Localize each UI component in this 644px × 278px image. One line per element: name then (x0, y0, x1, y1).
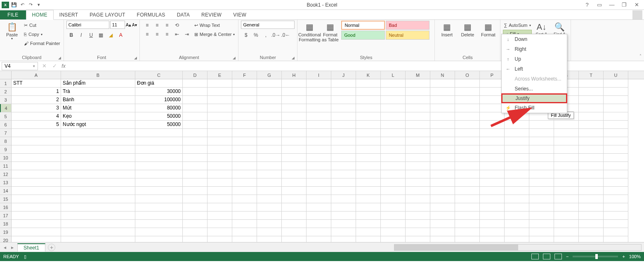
row-header-20[interactable]: 20 (0, 236, 12, 242)
cell-D19[interactable] (183, 228, 208, 236)
cell-M8[interactable] (406, 137, 430, 145)
cell-R12[interactable] (529, 170, 554, 178)
redo-icon[interactable]: ↷ (27, 2, 34, 8)
insert-cells-button[interactable]: ▦Insert (437, 21, 456, 39)
cell-D10[interactable] (183, 154, 208, 162)
cell-B8[interactable] (61, 137, 135, 145)
cell-N14[interactable] (430, 187, 455, 195)
cell-R14[interactable] (529, 187, 554, 195)
cell-B4[interactable]: Mứt (61, 104, 135, 112)
cell-L12[interactable] (381, 170, 406, 178)
wrap-text-button[interactable]: ↩Wrap Text (193, 21, 236, 30)
row-header-14[interactable]: 14 (0, 187, 12, 195)
cell-E13[interactable] (208, 178, 232, 187)
cell-P12[interactable] (480, 170, 505, 178)
cell-P6[interactable] (480, 121, 505, 129)
cell-K18[interactable] (356, 220, 381, 228)
cell-I8[interactable] (307, 137, 331, 145)
tab-view[interactable]: VIEW (227, 10, 252, 19)
style-normal[interactable]: Normal (341, 21, 385, 30)
cell-L17[interactable] (381, 211, 406, 220)
cell-K8[interactable] (356, 137, 381, 145)
fill-up-item[interactable]: ↑Up (502, 54, 567, 64)
cell-I14[interactable] (307, 187, 331, 195)
cell-J5[interactable] (331, 112, 356, 121)
cell-U17[interactable] (604, 211, 628, 220)
cell-N18[interactable] (430, 220, 455, 228)
cell-C1[interactable]: Đơn giá (135, 79, 183, 88)
font-name-input[interactable] (66, 21, 109, 29)
cell-J13[interactable] (331, 178, 356, 187)
cell-N2[interactable] (430, 88, 455, 96)
cell-U1[interactable] (604, 79, 628, 88)
cell-N5[interactable] (430, 112, 455, 121)
cell-B11[interactable] (61, 162, 135, 170)
cell-G4[interactable] (257, 104, 282, 112)
cell-C5[interactable]: 50000 (135, 112, 183, 121)
cell-F2[interactable] (232, 88, 257, 96)
cell-T7[interactable] (579, 129, 604, 137)
cell-S15[interactable] (554, 195, 579, 203)
cell-H6[interactable] (282, 121, 307, 129)
column-header-I[interactable]: I (307, 71, 331, 79)
tab-file[interactable]: FILE (0, 10, 26, 19)
cell-I13[interactable] (307, 178, 331, 187)
cell-H17[interactable] (282, 211, 307, 220)
cell-B10[interactable] (61, 154, 135, 162)
row-header-4[interactable]: 4 (0, 104, 12, 112)
orientation-icon[interactable]: ⟲ (172, 21, 182, 30)
column-header-A[interactable]: A (12, 71, 61, 79)
cell-E5[interactable] (208, 112, 232, 121)
tab-insert[interactable]: INSERT (54, 10, 84, 19)
cell-H15[interactable] (282, 195, 307, 203)
cell-R17[interactable] (529, 211, 554, 220)
decrease-decimal-icon[interactable]: .0← (281, 31, 290, 40)
cell-L20[interactable] (381, 236, 406, 242)
cell-A18[interactable] (12, 220, 61, 228)
row-header-18[interactable]: 18 (0, 220, 12, 228)
cell-Q15[interactable] (505, 195, 529, 203)
clipboard-launcher[interactable]: ◢ (58, 56, 61, 60)
cell-Q5[interactable] (505, 112, 529, 121)
cell-U11[interactable] (604, 162, 628, 170)
cell-H10[interactable] (282, 154, 307, 162)
cell-L10[interactable] (381, 154, 406, 162)
column-header-O[interactable]: O (455, 71, 480, 79)
row-header-11[interactable]: 11 (0, 162, 12, 170)
cell-Q13[interactable] (505, 178, 529, 187)
cell-U20[interactable] (604, 236, 628, 242)
cell-N10[interactable] (430, 154, 455, 162)
decrease-font-icon[interactable]: A▾ (132, 23, 137, 27)
cell-T6[interactable] (579, 121, 604, 129)
column-header-J[interactable]: J (331, 71, 356, 79)
cell-R20[interactable] (529, 236, 554, 242)
sheet-nav-prev[interactable]: ▸ (10, 245, 15, 250)
cell-O8[interactable] (455, 137, 480, 145)
cell-F6[interactable] (232, 121, 257, 129)
cell-J11[interactable] (331, 162, 356, 170)
cell-A7[interactable] (12, 129, 61, 137)
cell-B15[interactable] (61, 195, 135, 203)
cell-C12[interactable] (135, 170, 183, 178)
cell-T4[interactable] (579, 104, 604, 112)
cell-R15[interactable] (529, 195, 554, 203)
number-format-select[interactable] (241, 21, 295, 29)
cell-O10[interactable] (455, 154, 480, 162)
cell-J9[interactable] (331, 145, 356, 154)
cell-M18[interactable] (406, 220, 430, 228)
cell-S17[interactable] (554, 211, 579, 220)
autosum-button[interactable]: ∑AutoSum▾ (503, 21, 531, 30)
cell-S8[interactable] (554, 137, 579, 145)
column-header-D[interactable]: D (183, 71, 208, 79)
cell-J12[interactable] (331, 170, 356, 178)
cell-R6[interactable] (529, 121, 554, 129)
cell-O5[interactable] (455, 112, 480, 121)
cell-A20[interactable] (12, 236, 61, 242)
cell-M15[interactable] (406, 195, 430, 203)
cell-M4[interactable] (406, 104, 430, 112)
cell-A4[interactable]: 3 (12, 104, 61, 112)
cell-U19[interactable] (604, 228, 628, 236)
cell-L15[interactable] (381, 195, 406, 203)
cell-C2[interactable]: 30000 (135, 88, 183, 96)
cell-U4[interactable] (604, 104, 628, 112)
